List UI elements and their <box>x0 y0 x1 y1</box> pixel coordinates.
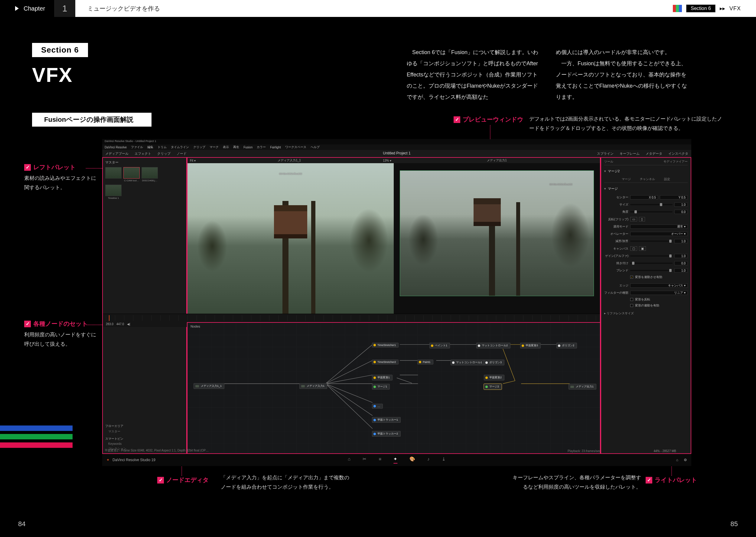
ws-tab[interactable]: メタデータ <box>645 151 662 156</box>
viewer-image-left[interactable]: 6048x4032xfloat32 <box>188 163 394 314</box>
node-paint2[interactable]: Paint1 <box>417 360 433 364</box>
clip-thumb[interactable]: C-CAM tool… <box>123 167 140 179</box>
subadd-value[interactable]: 1.0 <box>674 239 688 243</box>
node-ts2[interactable]: TimeStretcher2 <box>372 360 399 364</box>
page-fusion-icon[interactable]: ✦ <box>393 456 397 464</box>
angle-slider[interactable] <box>630 211 673 212</box>
menu-item[interactable]: 再生 <box>233 145 239 149</box>
canvas-b-icon[interactable]: ▣ <box>639 246 646 251</box>
time-ruler[interactable] <box>106 315 597 321</box>
node-merge2[interactable]: マージ2 <box>484 384 502 390</box>
inspector-subtab[interactable]: マージ <box>622 177 631 181</box>
menu-item[interactable]: ファイル <box>131 145 143 149</box>
inspector-tab-tool[interactable]: ツール <box>604 160 613 164</box>
preview-window[interactable]: Fit ▾ メディア入力1_1 13% ▾ 6048x4032xfloat32 … <box>187 157 600 314</box>
page-media-icon[interactable]: ⌂ <box>348 456 350 464</box>
flow-area-label[interactable]: フローエリア マスター <box>105 424 184 434</box>
node-poly2[interactable]: ポリゴン2 <box>556 343 577 349</box>
inspector-palette[interactable]: ツール モディファイアー マージ2 マージ チャンネル 設定 マージ センター … <box>600 157 691 454</box>
burn-value[interactable]: 0.0 <box>674 261 688 265</box>
subadd-slider[interactable] <box>630 240 673 242</box>
node-editor[interactable]: Nodes メ <box>187 322 600 454</box>
viewer-image-right[interactable]: 6048x4032xfloat32 <box>400 170 594 296</box>
edge-select[interactable]: キャンバス ▾ <box>630 283 688 288</box>
node-mediain1[interactable]: メディア入力1 <box>299 383 327 389</box>
inspector-tab-mod[interactable]: モディファイアー <box>663 160 688 164</box>
burn-slider[interactable] <box>630 263 673 264</box>
angle-value[interactable]: 0.0 <box>674 210 688 214</box>
inspector-subtab[interactable]: 設定 <box>664 177 670 181</box>
menu-item[interactable]: DaVinci Resolve <box>105 145 127 149</box>
center-x-input[interactable]: X 0.5 <box>630 195 658 199</box>
menu-item[interactable]: 表示 <box>223 145 229 149</box>
fit-dropdown[interactable]: Fit ▾ <box>190 159 196 162</box>
menu-item[interactable]: クリップ <box>193 145 205 149</box>
apply-mode-select[interactable]: 通常 ▾ <box>630 225 688 229</box>
node-merge1[interactable]: マージ1 <box>372 384 390 390</box>
node-xf2[interactable]: 平面変形2 <box>484 375 505 381</box>
refsize-group[interactable]: ▸ リファレンスサイズ <box>604 311 688 315</box>
inspector-group[interactable]: マージ <box>604 186 688 191</box>
ws-tab[interactable]: ノード <box>177 151 187 156</box>
size-slider[interactable] <box>630 204 673 205</box>
menu-item[interactable]: カラー <box>257 145 266 149</box>
playhead-icon[interactable] <box>109 315 110 321</box>
node-xf1[interactable]: 平面変形1 <box>372 375 392 381</box>
gain-slider[interactable] <box>630 255 673 257</box>
home-icon[interactable]: ⌂ <box>676 458 678 462</box>
flip-h-icon[interactable]: ▭ <box>630 217 637 222</box>
node-mc2[interactable]: マットコントロール2 <box>476 343 511 349</box>
canvas-a-icon[interactable]: ▢ <box>630 246 637 251</box>
ws-tab[interactable]: エフェクト <box>135 151 151 156</box>
node-ptrk1[interactable]: 平面トラッカー1 <box>372 417 401 423</box>
menu-item[interactable]: ヘルプ <box>311 145 320 149</box>
gain-value[interactable]: 1.0 <box>674 254 688 258</box>
clip-thumb[interactable]: Timeline 1 <box>105 185 121 196</box>
page-fairlight-icon[interactable]: ♪ <box>427 456 430 464</box>
menu-item[interactable]: トリム <box>157 145 167 149</box>
node-mediain11[interactable]: メディア入力1_1 <box>194 383 224 389</box>
node-xf3[interactable]: 平面変形3 <box>520 343 541 349</box>
node-mc1[interactable]: マットコントロール1 <box>451 360 485 365</box>
menu-item[interactable]: 編集 <box>147 145 153 149</box>
inspector-subtab[interactable]: チャンネル <box>640 177 655 181</box>
flip-v-icon[interactable]: ▯ <box>639 217 645 222</box>
page-deliver-icon[interactable]: ⤓ <box>442 456 446 464</box>
menu-item[interactable]: ワークスペース <box>285 145 306 149</box>
menu-item[interactable]: Fairlight <box>270 145 281 149</box>
ws-tab[interactable]: スプライン <box>597 151 614 156</box>
ws-tab[interactable]: メディアプール <box>105 151 128 156</box>
page-cut-icon[interactable]: ✂ <box>363 456 367 464</box>
inspector-node-name[interactable]: マージ2 <box>604 169 688 174</box>
checkbox[interactable]: ✓ <box>630 275 633 279</box>
node-paint1[interactable]: ペイント1 <box>429 343 450 349</box>
page-edit-icon[interactable]: ≡ <box>378 456 381 464</box>
gear-icon[interactable]: ⚙ <box>684 458 687 462</box>
menu-item[interactable]: タイムライン <box>171 145 189 149</box>
operator-select[interactable]: オーバー ▾ <box>630 232 688 236</box>
clip-thumb[interactable] <box>105 167 121 179</box>
zoom-pct[interactable]: 13% ▾ <box>383 159 391 162</box>
filter-select[interactable]: リニア ▾ <box>630 291 688 295</box>
node-ptrk2[interactable]: 平面トラッカー2 <box>372 431 401 437</box>
ws-tab[interactable]: クリップ <box>157 151 170 156</box>
blend-value[interactable]: 1.0 <box>674 268 688 272</box>
node-ts1[interactable]: TimeStretcher1 <box>372 343 399 348</box>
menu-item[interactable]: マーク <box>209 145 219 149</box>
size-value[interactable]: 1.0 <box>674 202 688 207</box>
center-y-input[interactable]: Y 0.5 <box>660 195 688 199</box>
blend-slider[interactable] <box>630 270 673 271</box>
clip-thumb[interactable]: DISCO408.j… <box>142 167 158 179</box>
menu-item[interactable]: Fusion <box>244 145 252 149</box>
left-palette[interactable]: マスター C-CAM tool… DISCO408.j… Timeline 1 … <box>102 157 187 454</box>
node-poly3[interactable]: ポリゴン3 <box>484 360 505 365</box>
menubar[interactable]: DaVinci Resolve ファイル 編集 トリム タイムライン クリップ … <box>102 145 691 150</box>
page-color-icon[interactable]: 🎨 <box>410 456 415 464</box>
checkbox[interactable] <box>630 298 633 301</box>
node-sub[interactable]: … <box>372 404 383 409</box>
checkbox[interactable] <box>630 304 633 307</box>
ws-tab[interactable]: キーフレーム <box>620 151 640 156</box>
node-mediaout[interactable]: メディア出力1 <box>568 384 596 390</box>
prev-keyframe-icon[interactable]: ◀| <box>127 322 130 326</box>
ws-tab[interactable]: インスペクタ <box>668 151 688 156</box>
